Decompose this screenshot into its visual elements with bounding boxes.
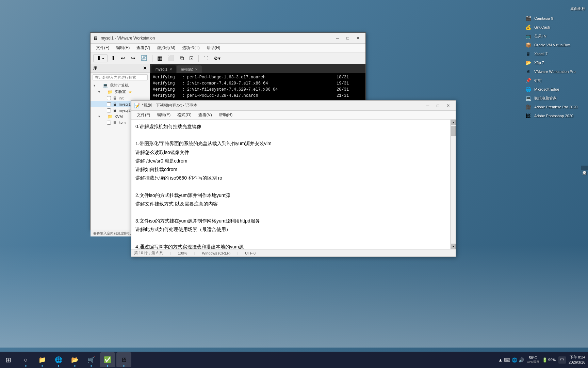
vmware-title: mysql1 - VMware Workstation [101,36,333,41]
desktop-icon-img-xshell: 🖥 [525,50,532,57]
vm-tab-mysql2[interactable]: mysql2 ✕ [177,65,202,73]
toolbar-send-btn[interactable]: ⬆ [109,54,117,62]
scroll-down-btn[interactable]: ▼ [451,244,456,249]
desktop-icon-gnucash[interactable]: 💰 GnuCash [523,23,585,32]
vmware-close-btn[interactable]: ✕ [353,34,363,42]
tree-label: mysql1 [119,102,131,106]
notepad-line [135,234,452,242]
vmware-minimize-btn[interactable]: ─ [333,34,342,42]
taskbar-files[interactable]: 📁 [35,352,50,367]
start-button[interactable]: ⊞ [0,352,16,368]
notepad-sep2: | [194,251,195,255]
desktop-icons-label: 桌面图标 [523,6,585,11]
desktop-icon-pin[interactable]: 📌 钉钉 [523,76,585,85]
desktop-icon-label-virtualbox: Oracle VM VirtualBox [534,43,570,47]
scroll-thumb[interactable] [451,126,456,136]
tree-item-实验室[interactable]: ▼📁实验室★ [91,89,150,95]
notepad-line: 0.讲解虚拟机如何挂载光盘镜像 [135,122,452,131]
tray-network[interactable]: 🌐 [512,357,517,363]
tree-icon: 💻 [103,83,108,88]
desktop-icon-edge[interactable]: 🌐 Microsoft Edge [523,85,585,94]
sidebar-search-input[interactable] [93,74,148,80]
vm-tab-mysql2-close[interactable]: ✕ [195,67,198,71]
vm-tab-mysql1-close[interactable]: ✕ [169,67,172,71]
desktop-icon-label-pin: 钉钉 [534,78,542,83]
notepad-close-btn[interactable]: ✕ [443,102,453,110]
desktop-icon-photoshop[interactable]: 🖼 Adobe Photoshop 2020 [523,111,585,120]
ime-indicator[interactable]: 中 [558,356,566,364]
vmware-menu-edit[interactable]: 编辑(E) [113,44,132,51]
notepad-window-controls: ─ □ ✕ [423,102,453,110]
desktop-icon-lenovo[interactable]: 💻 联想电脑管家 [523,94,585,103]
notepad-textarea[interactable]: 0.讲解虚拟机如何挂载光盘镜像 1.带图形化/字符界面的系统的光盘从载入到制作y… [131,120,456,249]
vmware-titlebar: 🖥 mysql1 - VMware Workstation ─ □ ✕ [91,33,365,44]
vmware-menu-vm[interactable]: 虚拟机(M) [154,44,178,51]
toolbar-pause-btn[interactable]: ⏸▾ [93,54,108,62]
tray-up-arrow[interactable]: ▲ [498,357,503,363]
taskbar-apps: ○ 📁 🌐 📂 🛒 ✅ 🖥 [16,352,495,367]
scroll-up-btn[interactable]: ▲ [451,120,456,125]
tree-checkbox[interactable] [107,108,111,112]
desktop-icon-label-lenovo: 联想电脑管家 [534,96,557,101]
taskbar-explorer[interactable]: 📂 [67,352,82,367]
desktop-icon-camtasia[interactable]: 🎬 Camtasia 9 [523,14,585,23]
notepad-scrollbar[interactable]: ▲ ▼ [450,120,456,249]
vmware-menu-view[interactable]: 查看(V) [134,44,153,51]
notepad-menu-help[interactable]: 帮助(H) [216,111,235,119]
terminal-line: Verifying : 2:vim-common-7.4.629-7.el7.x… [153,80,363,87]
desktop-icon-img-pin: 📌 [525,77,532,84]
vm-tab-mysql1[interactable]: mysql1 ✕ [151,65,176,73]
notepad-statusbar: 第 10 行，第 6 列 | 100% | Windows (CRLF) | U… [131,249,456,257]
taskbar-todo[interactable]: ✅ [100,352,115,367]
toolbar-view2-btn[interactable]: ⬜ [166,54,177,62]
toolbar-forward-btn[interactable]: ↪ [129,54,137,62]
tree-icon: 🖥 [113,120,117,125]
desktop-icon-premiere[interactable]: 🎥 Adobe Premiere Pro 2020 [523,103,585,111]
notepad-maximize-btn[interactable]: □ [433,102,443,110]
desktop-icon-vmware-pro[interactable]: 🖥 VMware Workstation Pro [523,67,585,76]
tray-sound[interactable]: 🔊 [519,357,524,363]
taskbar-store[interactable]: 🛒 [84,352,99,367]
sidebar-header: 库 ✕ [91,64,150,73]
toolbar-view1-btn[interactable]: ▦ [155,54,164,62]
desktop-icon-img-lenovo: 💻 [525,95,532,102]
notepad-menu-view[interactable]: 查看(V) [196,111,215,119]
desktop-icon-mango-tv[interactable]: 📺 芒果TV [523,32,585,41]
desktop-icon-virtualbox[interactable]: 📦 Oracle VM VirtualBox [523,41,585,49]
tray-keyboard[interactable]: ⌨ [504,357,510,363]
taskbar-search[interactable]: ○ [18,352,33,367]
toolbar-settings-btn[interactable]: ⚙▾ [212,55,223,62]
tree-item-我的计算机[interactable]: ▼💻我的计算机 [91,82,150,89]
temp-value: 58°C [527,356,539,360]
sidebar-close-btn[interactable]: ✕ [143,65,147,71]
tree-checkbox[interactable] [107,121,111,125]
desktop-icon-xftp[interactable]: 📂 Xftp 7 [523,58,585,67]
notepad-minimize-btn[interactable]: ─ [423,102,432,110]
vm-tab-mysql2-label: mysql2 [181,67,193,71]
toolbar-refresh-btn[interactable]: 🔄 [138,54,149,62]
vmware-menu-file[interactable]: 文件(F) [93,44,112,51]
toolbar-view4-btn[interactable]: ⊡ [187,54,196,62]
toolbar-view3-btn[interactable]: ⧉ [178,54,186,62]
taskbar: ⊞ ○ 📁 🌐 📂 🛒 ✅ 🖥 ▲ ⌨ 🌐 🔊 58°C CPU温度 [0,352,588,368]
toolbar-back-btn[interactable]: ↩ [119,54,127,62]
taskbar-vmware[interactable]: 🖥 [116,352,131,367]
notepad-menu-format[interactable]: 格式(O) [175,111,194,119]
notepad-line: 讲解 /dev/sr0 就是cdrom [135,157,452,165]
desktop-icon-img-photoshop: 🖼 [525,112,532,119]
taskbar-chrome[interactable]: 🌐 [51,352,66,367]
notepad-menu-edit[interactable]: 编辑(E) [154,111,173,119]
tree-icon: 🖥 [113,102,117,107]
tree-checkbox[interactable] [107,102,111,106]
notepad-menu-file[interactable]: 文件(F) [134,111,153,119]
vmware-maximize-btn[interactable]: □ [343,34,353,42]
tree-checkbox[interactable] [107,96,111,100]
toolbar-fullscreen-btn[interactable]: ⛶ [201,55,210,62]
notepad-zoom: 100% [178,251,187,255]
terminal-line: Verifying : perl-Podloc-3.28-4.el7.noarc… [153,93,363,99]
desktop-icon-xshell[interactable]: 🖥 Xshell 7 [523,49,585,58]
vmware-menu-tabs[interactable]: 选项卡(T) [179,44,202,51]
right-edge-label: 桌面文件 [581,166,588,170]
vmware-menu-help[interactable]: 帮助(H) [204,44,223,51]
taskbar-clock[interactable]: 下午 8:24 2026/3/16 [569,355,585,365]
